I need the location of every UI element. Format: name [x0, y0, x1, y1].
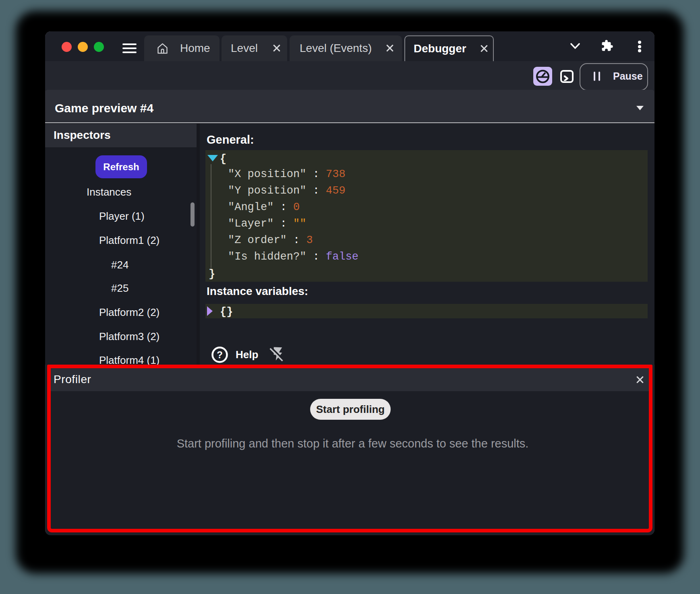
svg-text:?: ?	[217, 349, 223, 360]
